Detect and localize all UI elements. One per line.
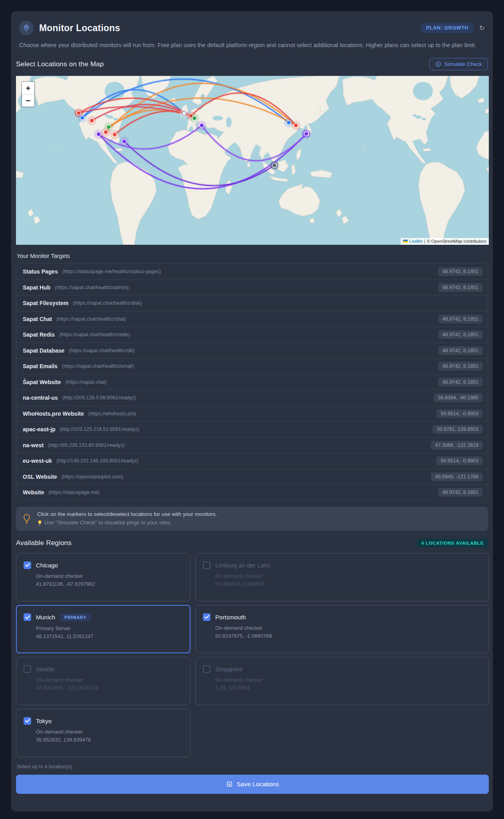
region-type: On-demand checker xyxy=(36,729,183,735)
target-url: (http://85.239.233.60:8081/readyz) xyxy=(48,442,125,448)
map-marker[interactable] xyxy=(101,128,111,137)
target-url: (https://sapat.chat/healthz/email) xyxy=(62,363,134,369)
location-pin-icon xyxy=(19,21,34,35)
region-type: On-demand checker xyxy=(36,573,183,579)
tip-box: Click on the markers to select/deselect … xyxy=(16,507,488,531)
lightbulb-icon xyxy=(22,514,31,524)
region-name: Portsmouth xyxy=(215,614,246,621)
region-checkbox[interactable] xyxy=(24,717,31,725)
region-checkbox[interactable] xyxy=(24,561,31,569)
target-name: Sapat Filesystem xyxy=(23,300,68,306)
region-card[interactable]: Chicago On-demand checker 41.8781136, -8… xyxy=(16,553,190,601)
target-name: Sapat Database xyxy=(23,347,64,354)
regions-grid: Chicago On-demand checker 41.8781136, -8… xyxy=(16,553,488,757)
target-coords-badge: 48.9742, 8.1851 xyxy=(438,283,483,292)
target-url: (http://103.125.216.51:8081/readyz) xyxy=(60,426,139,432)
save-locations-label: Save Locations xyxy=(237,781,279,788)
zoom-out-button[interactable]: − xyxy=(22,94,34,107)
map-attribution: Leaflet | © OpenStreetMap contributors xyxy=(401,238,489,245)
leaflet-link[interactable]: Leaflet xyxy=(409,239,423,244)
target-row[interactable]: Website (https://statuspage.me) 48.9742,… xyxy=(16,484,488,500)
attribution-separator: | xyxy=(424,239,425,244)
target-url: (https://sapat.chat/healthz/admin) xyxy=(55,285,129,290)
region-name: Seattle xyxy=(36,666,55,672)
region-coords: 35.652832, 139.839478 xyxy=(36,737,183,743)
target-url: (http://149.102.146.185:8081/readyz) xyxy=(56,458,139,464)
target-row[interactable]: Šapat Website (https://sapat.chat) 48.97… xyxy=(16,374,488,390)
map-marker[interactable] xyxy=(190,114,199,123)
region-name: Singapore xyxy=(215,666,242,672)
target-row[interactable]: Sapat Database (https://sapat.chat/healt… xyxy=(16,343,488,359)
map-marker[interactable] xyxy=(197,121,206,130)
region-checkbox[interactable] xyxy=(203,561,210,569)
osm-attribution: © OpenStreetMap contributors xyxy=(427,239,486,244)
region-name: Limburg an der Lahn xyxy=(215,562,270,569)
target-row[interactable]: Sapat Chat (https://sapat.chat/healthz/c… xyxy=(16,311,488,327)
target-url: (https://sapat.chat/healthz/redis) xyxy=(59,332,130,337)
region-name: Tokyo xyxy=(36,718,52,724)
save-locations-button[interactable]: Save Locations xyxy=(16,775,489,794)
region-card[interactable]: Tokyo On-demand checker 35.652832, 139.8… xyxy=(16,709,190,757)
region-type: On-demand checker xyxy=(215,573,481,579)
region-card[interactable]: Seattle On-demand checker 47.6062095, -1… xyxy=(16,657,190,705)
target-name: Sapat Chat xyxy=(23,316,52,322)
ukraine-flag-icon xyxy=(403,240,408,243)
target-name: WhoHosts.pro Website xyxy=(23,410,84,417)
target-row[interactable]: na-west (http://85.239.233.60:8081/ready… xyxy=(16,437,488,453)
zoom-in-button[interactable]: + xyxy=(22,82,34,94)
region-card[interactable]: Limburg an der Lahn On-demand checker 50… xyxy=(195,553,489,601)
locations-available-badge: 4 LOCATIONS AVAILABLE xyxy=(417,539,488,547)
target-row[interactable]: Sapat Filesystem (https://sapat.chat/hea… xyxy=(16,295,488,311)
target-row[interactable]: Status Pages (https://statuspage.me/heal… xyxy=(16,264,488,280)
target-coords-badge: 48.9742, 8.1851 xyxy=(438,330,483,339)
target-name: OSL Website xyxy=(23,474,57,480)
region-checkbox[interactable] xyxy=(203,665,210,673)
simulate-check-button[interactable]: Simulate Check xyxy=(429,58,488,70)
target-name: Šapat Website xyxy=(23,379,61,385)
target-coords-badge: 45.5945, -121.1786 xyxy=(431,472,483,481)
region-checkbox[interactable] xyxy=(24,665,31,673)
region-card[interactable]: Singapore On-demand checker 1.29, 103.85… xyxy=(195,657,489,705)
target-row[interactable]: WhoHosts.pro Website (https://whohosts.p… xyxy=(16,406,488,422)
target-name: na-west xyxy=(23,442,44,448)
target-coords-badge: 48.9742, 8.1851 xyxy=(438,362,483,371)
region-type: Primary Server xyxy=(36,625,183,631)
region-coords: 50.383333, 8.066667 xyxy=(215,581,481,587)
target-coords-badge: 48.9742, 8.1851 xyxy=(438,267,483,276)
target-row[interactable]: apac-east-jp (http://103.125.216.51:8081… xyxy=(16,421,488,437)
map-marker[interactable] xyxy=(120,137,129,146)
map-marker[interactable] xyxy=(87,116,97,125)
primary-badge: PRIMARY xyxy=(60,613,91,621)
target-url: (https://sapat.chat/healthz/db) xyxy=(69,348,135,353)
map-marker[interactable] xyxy=(110,130,119,139)
target-row[interactable]: OSL Website (https://openstartuplist.com… xyxy=(16,469,488,485)
map-marker[interactable] xyxy=(78,113,87,123)
refresh-icon[interactable]: ↻ xyxy=(479,25,485,32)
map[interactable]: + − Leaflet | © OpenStreetMap contributo… xyxy=(16,76,489,245)
region-coords: 1.29, 103.8503 xyxy=(215,685,481,691)
target-coords-badge: 48.9742, 8.1851 xyxy=(438,378,483,387)
target-coords-badge: 50.8514, -0.9903 xyxy=(436,409,483,418)
region-coords: 41.8781136, -87.6297982 xyxy=(36,581,183,587)
target-name: Sapat Hub xyxy=(23,284,50,291)
region-type: On-demand checker xyxy=(36,677,183,683)
region-card[interactable]: Portsmouth On-demand checker 50.8197675,… xyxy=(195,605,489,653)
target-row[interactable]: na-central-us (http://209.126.0.56:8081/… xyxy=(16,390,488,406)
region-checkbox[interactable] xyxy=(203,613,210,621)
target-row[interactable]: eu-west-uk (http://149.102.146.185:8081/… xyxy=(16,453,488,469)
region-checkbox[interactable] xyxy=(24,613,31,621)
map-marker[interactable] xyxy=(292,121,301,130)
target-row[interactable]: Sapat Hub (https://sapat.chat/healthz/ad… xyxy=(16,280,488,295)
target-row[interactable]: Sapat Emails (https://sapat.chat/healthz… xyxy=(16,358,488,374)
map-zoom-control: + − xyxy=(21,81,35,107)
target-coords-badge: 50.8514, -0.9903 xyxy=(436,456,483,465)
targets-heading: Your Monitor Targets xyxy=(17,253,488,259)
map-marker[interactable] xyxy=(302,129,311,139)
simulate-check-label: Simulate Check xyxy=(444,61,482,67)
target-url: (https://sapat.chat/healthz/chat) xyxy=(56,316,126,322)
region-card[interactable]: Munich PRIMARY Primary Server 48.1371541… xyxy=(16,605,190,653)
target-url: (https://sapat.chat/healthz/disk) xyxy=(73,300,142,306)
target-url: (https://whohosts.pro) xyxy=(88,411,136,416)
target-row[interactable]: Sapat Redis (https://sapat.chat/healthz/… xyxy=(16,327,488,343)
map-marker[interactable] xyxy=(270,161,279,170)
